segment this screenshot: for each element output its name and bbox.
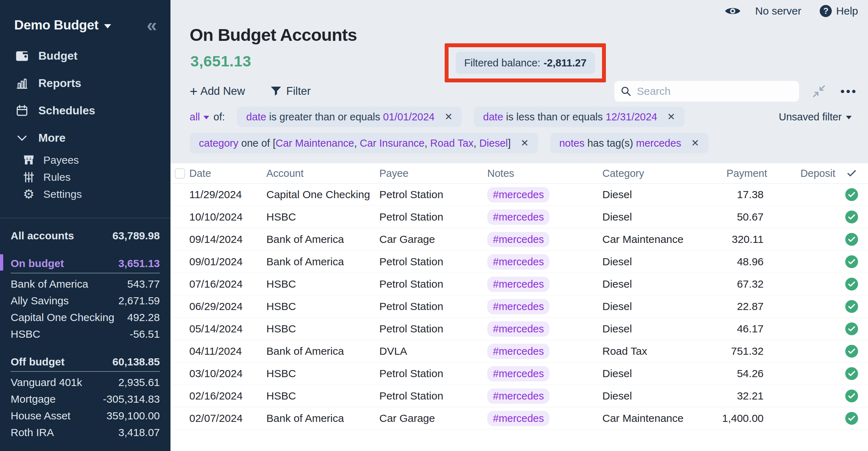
cell-payee: Petrol Station xyxy=(379,256,487,268)
remove-filter-button[interactable]: ✕ xyxy=(445,111,453,123)
cell-account: HSBC xyxy=(266,211,379,223)
search-icon xyxy=(621,86,631,97)
sidebar-item-all-accounts[interactable]: All accounts63,789.98 xyxy=(11,227,160,244)
table-row[interactable]: 09/14/2024Bank of AmericaCar Garage#merc… xyxy=(170,228,868,251)
cell-date: 11/29/2024 xyxy=(189,189,266,201)
toolbar: + Add New Filter ••• xyxy=(190,80,857,102)
table-row[interactable]: 05/14/2024HSBCPetrol Station#mercedesDie… xyxy=(170,318,868,340)
cell-notes: #mercedes xyxy=(487,411,602,426)
table-row[interactable]: 09/01/2024Bank of AmericaPetrol Station#… xyxy=(170,251,868,273)
sidebar-item-account[interactable]: Vanguard 401k2,935.61 xyxy=(11,374,160,391)
cleared-check-icon[interactable] xyxy=(845,188,858,201)
column-header-notes[interactable]: Notes xyxy=(487,168,602,179)
separator: , xyxy=(424,137,430,149)
column-header-category[interactable]: Category xyxy=(602,168,696,179)
note-tag: #mercedes xyxy=(487,210,549,225)
sidebar-item-budget[interactable]: Budget xyxy=(0,42,170,70)
filter-field: date xyxy=(483,111,503,123)
search-box[interactable] xyxy=(614,81,799,102)
cleared-check-icon[interactable] xyxy=(845,278,858,290)
sidebar-item-settings[interactable]: ⚙Settings xyxy=(0,186,170,203)
cleared-check-icon[interactable] xyxy=(845,390,858,402)
sidebar-item-reports[interactable]: Reports xyxy=(0,70,170,97)
column-header-account[interactable]: Account xyxy=(266,168,379,179)
table-row[interactable]: 11/29/2024Capital One CheckingPetrol Sta… xyxy=(170,184,868,206)
sidebar-item-account[interactable]: Roth IRA3,418.07 xyxy=(11,424,160,441)
note-tag: #mercedes xyxy=(487,299,549,314)
remove-filter-button[interactable]: ✕ xyxy=(521,137,529,149)
account-group-label: Off budget xyxy=(11,356,65,368)
cell-date: 02/16/2024 xyxy=(189,390,266,402)
table-row[interactable]: 10/10/2024HSBCPetrol Station#mercedesDie… xyxy=(170,206,868,228)
table-row[interactable]: 07/16/2024HSBCPetrol Station#mercedesDie… xyxy=(170,273,868,295)
separator: , xyxy=(473,137,479,149)
cleared-check-icon[interactable] xyxy=(845,322,858,335)
more-options-button[interactable]: ••• xyxy=(840,88,857,95)
budget-file-switcher[interactable]: Demo Budget « xyxy=(0,0,170,35)
sidebar-item-account[interactable]: HSBC-56.51 xyxy=(11,326,160,342)
column-header-date[interactable]: Date xyxy=(189,168,266,179)
sidebar-item-account[interactable]: Bank of America543.77 xyxy=(11,276,160,292)
select-all-checkbox[interactable] xyxy=(175,168,185,179)
remove-filter-button[interactable]: ✕ xyxy=(691,137,699,149)
account-balance[interactable]: 3,651.13 xyxy=(190,53,251,70)
cleared-check-icon[interactable] xyxy=(845,367,858,380)
account-balance: 3,418.07 xyxy=(118,426,160,439)
filter-value: Diesel xyxy=(479,137,508,149)
filter-match-dropdown[interactable]: all xyxy=(190,111,209,123)
separator: , xyxy=(354,137,360,149)
cleared-check-icon[interactable] xyxy=(845,233,858,246)
column-header-payment[interactable]: Payment xyxy=(696,168,767,179)
sidebar-item-rules[interactable]: Rules xyxy=(0,169,170,186)
chevron-down-icon xyxy=(14,135,30,141)
sidebar-item-schedules[interactable]: Schedules xyxy=(0,97,170,124)
cell-category: Diesel xyxy=(602,390,696,402)
add-new-button[interactable]: + Add New xyxy=(190,85,245,98)
privacy-eye-button[interactable] xyxy=(725,5,741,17)
table-row[interactable]: 06/29/2024HSBCPetrol Station#mercedesDie… xyxy=(170,295,868,318)
cell-account: Bank of America xyxy=(266,233,379,245)
cell-category: Diesel xyxy=(602,278,696,290)
cleared-check-icon[interactable] xyxy=(845,412,858,425)
collapse-rows-button[interactable] xyxy=(812,84,826,98)
table-row[interactable]: 02/16/2024HSBCPetrol Station#mercedesDie… xyxy=(170,385,868,407)
table-row[interactable]: 03/10/2024HSBCPetrol Station#mercedesDie… xyxy=(170,363,868,385)
column-header-deposit[interactable]: Deposit xyxy=(767,168,835,179)
note-tag: #mercedes xyxy=(487,388,549,404)
cell-notes: #mercedes xyxy=(487,232,602,247)
remove-filter-button[interactable]: ✕ xyxy=(667,111,676,123)
unsaved-filter-dropdown[interactable]: Unsaved filter xyxy=(779,111,852,123)
cleared-check-icon[interactable] xyxy=(845,255,858,268)
cell-cleared xyxy=(835,367,868,380)
table-row[interactable]: 04/11/2024Bank of AmericaDVLA#mercedesRo… xyxy=(170,340,868,363)
note-tag: #mercedes xyxy=(487,366,549,381)
collapse-sidebar-button[interactable]: « xyxy=(147,18,157,32)
sidebar-item-account[interactable]: House Asset359,100.00 xyxy=(11,407,160,424)
cleared-check-icon[interactable] xyxy=(845,300,858,313)
sidebar-item-account[interactable]: Mortgage-305,314.83 xyxy=(11,391,160,407)
server-status-button[interactable]: No server xyxy=(755,5,801,17)
cleared-check-icon[interactable] xyxy=(845,345,858,358)
search-input[interactable] xyxy=(636,85,793,98)
eye-icon xyxy=(725,5,741,17)
chevron-down-icon xyxy=(846,116,852,119)
table-row[interactable]: 02/07/2024Bank of AmericaCar Garage#merc… xyxy=(170,407,868,430)
sidebar-item-account[interactable]: Capital One Checking492.28 xyxy=(11,309,160,326)
cell-cleared xyxy=(835,278,868,290)
filter-button[interactable]: Filter xyxy=(271,85,311,98)
sidebar-item-more[interactable]: More xyxy=(0,124,170,152)
gear-icon: ⚙ xyxy=(22,188,36,201)
help-button[interactable]: ? Help xyxy=(820,5,858,17)
sidebar-item-on-budget[interactable]: On budget3,651.13 xyxy=(11,254,160,273)
sidebar-item-account[interactable]: Ally Savings2,671.59 xyxy=(11,292,160,309)
sidebar-item-payees[interactable]: Payees xyxy=(0,152,170,169)
column-header-cleared[interactable] xyxy=(835,169,868,177)
cell-account: HSBC xyxy=(266,323,379,335)
cell-payment: 46.17 xyxy=(696,323,767,335)
column-header-payee[interactable]: Payee xyxy=(379,168,487,179)
cleared-check-icon[interactable] xyxy=(845,211,858,223)
sidebar-item-off-budget[interactable]: Off budget60,138.85 xyxy=(11,353,160,372)
account-name: Mortgage xyxy=(11,393,56,405)
filter-of-label: of: xyxy=(213,111,225,123)
cell-payee: Petrol Station xyxy=(379,211,487,223)
